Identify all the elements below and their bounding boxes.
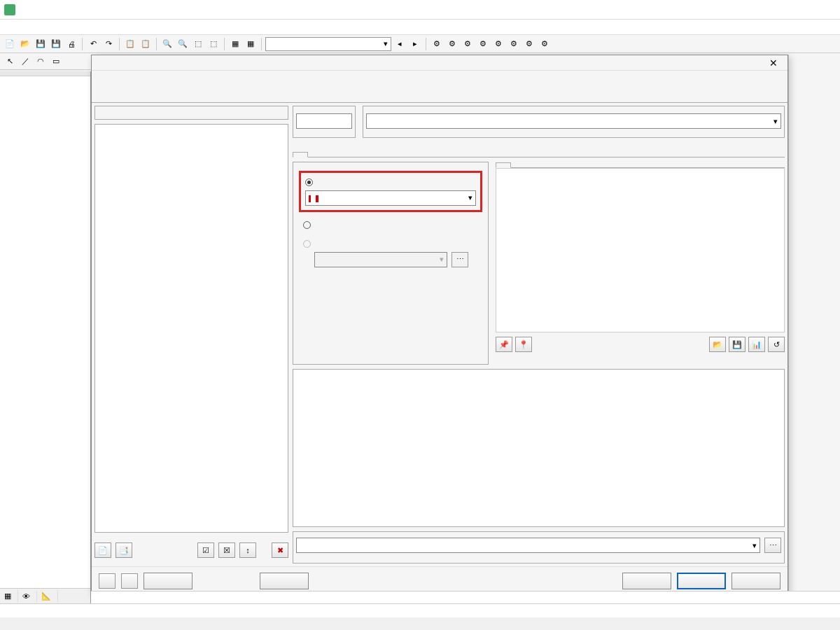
- arc-icon[interactable]: ◠: [34, 55, 48, 69]
- reset-param-button[interactable]: ↺: [768, 337, 785, 352]
- code-parameters-grid[interactable]: [496, 168, 785, 332]
- tool-f-icon[interactable]: ⚙: [507, 37, 521, 51]
- ok-button[interactable]: [677, 573, 726, 589]
- save-param-button[interactable]: 💾: [729, 337, 746, 352]
- copy-icon[interactable]: 📋: [123, 37, 137, 51]
- cursor-icon[interactable]: ↖: [3, 55, 17, 69]
- print-icon[interactable]: 🖨: [64, 37, 78, 51]
- new-icon[interactable]: 📄: [3, 37, 17, 51]
- desc-combo[interactable]: ▾: [366, 113, 781, 129]
- close-button[interactable]: [808, 1, 836, 18]
- nav-tab-views[interactable]: 📐: [37, 590, 58, 602]
- app-icon: [4, 4, 15, 15]
- main-toolbar: 📄 📂 💾 💾 🖨 ↶ ↷ 📋 📋 🔍 🔍 ⬚ ⬚ ▦ ▦ ▾ ◂ ▸ ⚙ ⚙ …: [0, 35, 840, 53]
- title-bar: [0, 0, 840, 20]
- userdef-radio[interactable]: [303, 220, 482, 230]
- tool-b-icon[interactable]: ⚙: [445, 37, 459, 51]
- select-icon[interactable]: ⬚: [191, 37, 205, 51]
- spectra-list[interactable]: [94, 124, 288, 533]
- tool-g-icon[interactable]: ⚙: [522, 37, 536, 51]
- undo-icon[interactable]: ↶: [86, 37, 100, 51]
- codeparams-tab[interactable]: [496, 162, 511, 168]
- table-tabs[interactable]: [91, 591, 840, 603]
- snap-status-bar[interactable]: [0, 617, 840, 630]
- redo-icon[interactable]: ↷: [102, 37, 115, 51]
- minimize-button[interactable]: [749, 1, 777, 18]
- checkall-button[interactable]: ☑: [197, 542, 214, 558]
- delete-spectrum-button[interactable]: ✖: [272, 542, 288, 558]
- table2-icon[interactable]: ▦: [244, 37, 258, 51]
- check-button[interactable]: [260, 573, 309, 589]
- tool-h-icon[interactable]: ⚙: [538, 37, 552, 51]
- next-icon[interactable]: ▸: [408, 37, 422, 51]
- cancel-button[interactable]: [732, 573, 780, 589]
- units-button[interactable]: [121, 573, 138, 589]
- ok-calculate-button[interactable]: [622, 573, 671, 589]
- tool-e-icon[interactable]: ⚙: [491, 37, 505, 51]
- nav-tab-display[interactable]: 👁: [18, 591, 37, 602]
- maximize-button[interactable]: [778, 1, 806, 18]
- navigator-title: [0, 71, 90, 76]
- subtab-general[interactable]: [293, 152, 308, 158]
- project-navigator: ▦ 👁 📐: [0, 71, 91, 603]
- view1-icon[interactable]: 🔍: [160, 37, 174, 51]
- line-icon[interactable]: ／: [18, 55, 32, 69]
- save-icon[interactable]: 💾: [34, 37, 48, 51]
- paste-icon[interactable]: 📋: [139, 37, 153, 51]
- open-icon[interactable]: 📂: [18, 37, 32, 51]
- help-button[interactable]: [99, 573, 115, 589]
- status-bar: [0, 603, 840, 617]
- dialog-close-icon[interactable]: ✕: [764, 57, 783, 69]
- pin-button[interactable]: 📌: [496, 337, 512, 352]
- uncheck-button[interactable]: ☒: [218, 542, 235, 558]
- right-dock: [788, 55, 840, 595]
- prev-icon[interactable]: ◂: [393, 37, 407, 51]
- rect-icon[interactable]: ▭: [49, 55, 63, 69]
- add-spectrum-button[interactable]: 📄: [94, 542, 111, 558]
- comment-pick-button[interactable]: ⋯: [764, 538, 781, 553]
- copy-spectrum-button[interactable]: 📑: [115, 542, 132, 558]
- comment-combo[interactable]: ▾: [296, 538, 760, 553]
- standard-combo[interactable]: ▾: [305, 190, 476, 206]
- table-tab[interactable]: [511, 163, 526, 168]
- details-button[interactable]: [144, 573, 192, 589]
- generate-radio: [303, 239, 482, 248]
- tool-d-icon[interactable]: ⚙: [476, 37, 490, 51]
- table-icon[interactable]: ▦: [228, 37, 242, 51]
- tool-a-icon[interactable]: ⚙: [430, 37, 444, 51]
- select2-icon[interactable]: ⬚: [206, 37, 220, 51]
- dynam-dialog: ✕ 📄 📑 ☑ ☒ ↕ ✖: [91, 55, 788, 595]
- unpin-button[interactable]: 📍: [515, 337, 532, 352]
- spectrum-chart: [293, 369, 785, 527]
- rsno-field[interactable]: [296, 113, 352, 129]
- tool-c-icon[interactable]: ⚙: [461, 37, 475, 51]
- accel-pick-button: ⋯: [451, 252, 468, 267]
- navigator-tree[interactable]: [0, 87, 90, 588]
- menu-bar[interactable]: [0, 20, 840, 35]
- nav-tab-data[interactable]: ▦: [0, 590, 18, 602]
- sort-button[interactable]: ↕: [239, 542, 256, 558]
- export-param-button[interactable]: 📊: [748, 337, 765, 352]
- standard-radio[interactable]: [305, 177, 476, 186]
- accel-combo: ▾: [314, 252, 447, 267]
- open-param-button[interactable]: 📂: [709, 337, 726, 352]
- dialog-tabs[interactable]: [92, 86, 788, 103]
- view2-icon[interactable]: 🔍: [176, 37, 190, 51]
- saveall-icon[interactable]: 💾: [49, 37, 63, 51]
- loadcase-combo[interactable]: ▾: [265, 37, 391, 51]
